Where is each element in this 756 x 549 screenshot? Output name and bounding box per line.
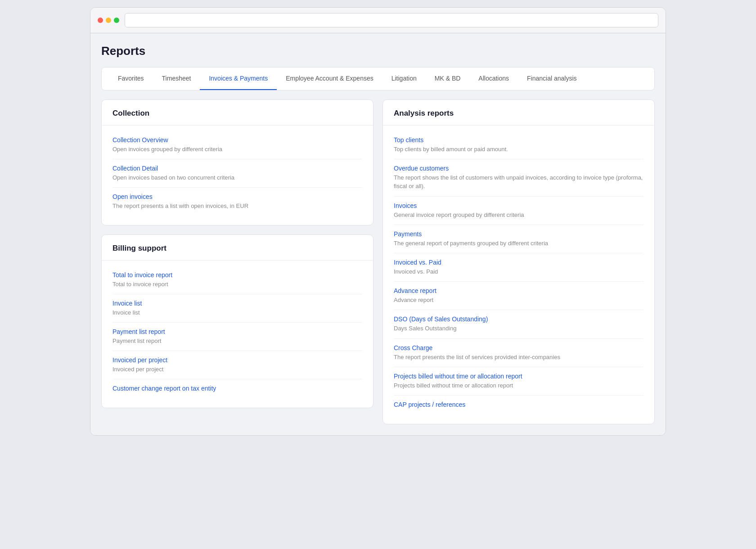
tab-item-financial-analysis[interactable]: Financial analysis <box>518 68 586 90</box>
report-item: Open invoicesThe report presents a list … <box>112 188 362 216</box>
report-desc: Days Sales Outstanding <box>394 325 456 332</box>
analysis-card-header: Analysis reports <box>383 100 654 126</box>
report-item: InvoicesGeneral invoice report grouped b… <box>394 197 644 225</box>
report-item: Invoiced vs. PaidInvoiced vs. Paid <box>394 253 644 282</box>
dot-yellow[interactable] <box>106 18 111 23</box>
page-title: Reports <box>101 44 655 58</box>
content-grid: Collection Collection OverviewOpen invoi… <box>101 99 655 424</box>
report-link[interactable]: Open invoices <box>112 193 362 200</box>
report-link[interactable]: Projects billed without time or allocati… <box>394 373 644 380</box>
tab-item-allocations[interactable]: Allocations <box>469 68 518 90</box>
report-item: Overdue customersThe report shows the li… <box>394 159 644 196</box>
browser-dots <box>98 18 119 23</box>
tab-item-mk-bd[interactable]: MK & BD <box>426 68 470 90</box>
billing-card: Billing support Total to invoice reportT… <box>101 234 374 409</box>
dot-green[interactable] <box>114 18 119 23</box>
report-desc: Open invoices grouped by different crite… <box>112 146 222 153</box>
tab-item-timesheet[interactable]: Timesheet <box>153 68 200 90</box>
collection-card-header: Collection <box>102 100 373 126</box>
report-item: Cross ChargeThe report presents the list… <box>394 339 644 367</box>
report-link[interactable]: DSO (Days of Sales Outstanding) <box>394 315 644 323</box>
report-desc: General invoice report grouped by differ… <box>394 212 524 218</box>
report-item: Invoiced per projectInvoiced per project <box>112 351 362 379</box>
report-link[interactable]: Total to invoice report <box>112 271 362 279</box>
report-link[interactable]: Invoice list <box>112 300 362 307</box>
report-link[interactable]: Invoiced per project <box>112 356 362 364</box>
analysis-card: Analysis reports Top clientsTop clients … <box>382 99 655 424</box>
billing-card-header: Billing support <box>102 235 373 261</box>
report-item: Top clientsTop clients by billed amount … <box>394 131 644 159</box>
report-link[interactable]: Top clients <box>394 136 644 144</box>
tab-item-employee-account[interactable]: Employee Account & Expenses <box>277 68 382 90</box>
tab-item-favorites[interactable]: Favorites <box>109 68 153 90</box>
report-link[interactable]: Invoiced vs. Paid <box>394 259 644 266</box>
billing-card-body: Total to invoice reportTotal to invoice … <box>102 261 373 408</box>
report-desc: Open invoices based on two concurrent cr… <box>112 174 234 181</box>
report-item: Projects billed without time or allocati… <box>394 367 644 396</box>
report-link[interactable]: CAP projects / references <box>394 401 644 408</box>
report-item: Invoice listInvoice list <box>112 294 362 323</box>
report-link[interactable]: Collection Overview <box>112 136 362 144</box>
report-link[interactable]: Collection Detail <box>112 165 362 172</box>
report-item: Payment list reportPayment list report <box>112 323 362 351</box>
tabs-list: FavoritesTimesheetInvoices & PaymentsEmp… <box>109 68 647 90</box>
collection-card: Collection Collection OverviewOpen invoi… <box>101 99 374 225</box>
right-column: Analysis reports Top clientsTop clients … <box>382 99 655 424</box>
browser-content: Reports FavoritesTimesheetInvoices & Pay… <box>90 33 666 435</box>
report-link[interactable]: Invoices <box>394 202 644 209</box>
report-link[interactable]: Cross Charge <box>394 344 644 351</box>
report-desc: Advance report <box>394 297 433 303</box>
report-desc: Invoiced vs. Paid <box>394 268 438 275</box>
report-desc: Projects billed without time or allocati… <box>394 382 513 389</box>
report-item: DSO (Days of Sales Outstanding)Days Sale… <box>394 310 644 338</box>
tab-item-litigation[interactable]: Litigation <box>382 68 426 90</box>
report-desc: The report shows the list of customers w… <box>394 174 643 189</box>
report-link[interactable]: Payment list report <box>112 328 362 335</box>
report-link[interactable]: Payments <box>394 230 644 238</box>
left-column: Collection Collection OverviewOpen invoi… <box>101 99 374 424</box>
report-desc: Invoice list <box>112 309 140 316</box>
report-item: Customer change report on tax entity <box>112 379 362 399</box>
report-item: PaymentsThe general report of payments g… <box>394 225 644 253</box>
report-link[interactable]: Customer change report on tax entity <box>112 385 362 392</box>
report-desc: Top clients by billed amount or paid amo… <box>394 146 508 153</box>
report-item: Collection DetailOpen invoices based on … <box>112 159 362 188</box>
report-desc: Payment list report <box>112 338 161 344</box>
analysis-card-body: Top clientsTop clients by billed amount … <box>383 126 654 424</box>
report-desc: Total to invoice report <box>112 281 168 288</box>
collection-card-body: Collection OverviewOpen invoices grouped… <box>102 126 373 225</box>
report-item: Advance reportAdvance report <box>394 282 644 310</box>
report-desc: The general report of payments grouped b… <box>394 240 548 247</box>
report-item: Total to invoice reportTotal to invoice … <box>112 266 362 294</box>
report-desc: The report presents a list with open inv… <box>112 202 248 209</box>
address-bar[interactable] <box>125 13 658 27</box>
dot-red[interactable] <box>98 18 103 23</box>
report-desc: Invoiced per project <box>112 366 163 373</box>
tabs-container: FavoritesTimesheetInvoices & PaymentsEmp… <box>101 67 655 90</box>
report-link[interactable]: Advance report <box>394 287 644 294</box>
browser-toolbar <box>90 8 666 33</box>
tab-item-invoices-payments[interactable]: Invoices & Payments <box>200 68 277 90</box>
report-desc: The report presents the list of services… <box>394 354 560 360</box>
report-link[interactable]: Overdue customers <box>394 165 644 172</box>
browser-window: Reports FavoritesTimesheetInvoices & Pay… <box>90 7 666 436</box>
report-item: Collection OverviewOpen invoices grouped… <box>112 131 362 159</box>
report-item: CAP projects / references <box>394 396 644 415</box>
